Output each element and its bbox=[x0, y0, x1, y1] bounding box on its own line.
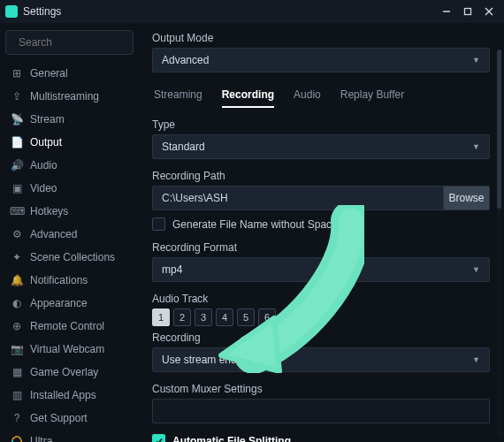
search-input-wrapper[interactable] bbox=[5, 30, 134, 55]
custom-muxer-input[interactable] bbox=[152, 399, 490, 423]
sidebar-item-get-support[interactable]: ?Get Support bbox=[5, 407, 134, 430]
generate-no-space-checkbox[interactable] bbox=[152, 217, 165, 231]
audio-track-label: Audio Track bbox=[152, 293, 490, 305]
sidebar-item-label: Get Support bbox=[30, 412, 88, 424]
tab-replay-buffer[interactable]: Replay Buffer bbox=[340, 88, 405, 108]
minimize-button[interactable] bbox=[437, 3, 456, 20]
sidebar-item-stream[interactable]: 📡Stream bbox=[5, 108, 134, 131]
scrollbar[interactable] bbox=[497, 50, 501, 437]
chevron-down-icon: ▼ bbox=[472, 265, 480, 274]
sidebar-item-label: Scene Collections bbox=[30, 251, 115, 263]
sidebar-item-hotkeys[interactable]: ⌨Hotkeys bbox=[5, 200, 134, 223]
output-tabs: StreamingRecordingAudioReplay Buffer bbox=[154, 88, 490, 108]
sidebar-icon: 🔔 bbox=[11, 274, 23, 286]
recording-format-value: mp4 bbox=[162, 263, 182, 276]
sidebar-icon: ◐ bbox=[11, 297, 23, 309]
sidebar-icon: ✦ bbox=[11, 251, 23, 263]
sidebar-item-label: Output bbox=[30, 136, 62, 149]
sidebar-item-output[interactable]: 📄Output bbox=[5, 131, 134, 154]
sidebar-icon: ⌨ bbox=[11, 205, 23, 217]
scrollbar-thumb[interactable] bbox=[497, 50, 501, 209]
close-button[interactable] bbox=[479, 3, 499, 20]
audio-track-6[interactable]: 6 bbox=[258, 309, 276, 326]
recording-format-label: Recording Format bbox=[152, 241, 490, 254]
sidebar-item-advanced[interactable]: ⚙Advanced bbox=[5, 223, 134, 246]
audio-track-5[interactable]: 5 bbox=[237, 309, 255, 326]
sidebar-item-audio[interactable]: 🔊Audio bbox=[5, 154, 134, 177]
sidebar-item-label: General bbox=[30, 67, 68, 80]
titlebar: Settings bbox=[0, 0, 504, 23]
sidebar-item-appearance[interactable]: ◐Appearance bbox=[5, 292, 134, 315]
sidebar-icon: ⚙ bbox=[11, 228, 23, 240]
output-mode-value: Advanced bbox=[162, 54, 209, 66]
sidebar-icon: 📷 bbox=[11, 343, 23, 355]
sidebar-icon: ⊞ bbox=[11, 67, 23, 80]
sidebar-icon: 📡 bbox=[11, 113, 23, 126]
sidebar-item-ultra[interactable]: Ultra bbox=[5, 430, 134, 442]
sidebar-item-label: Video bbox=[30, 182, 57, 194]
audio-track-3[interactable]: 3 bbox=[195, 309, 212, 326]
svg-rect-1 bbox=[465, 9, 471, 15]
audio-track-2[interactable]: 2 bbox=[173, 309, 191, 326]
sidebar-nav: ⊞General⇪Multistreaming📡Stream📄Output🔊Au… bbox=[5, 62, 134, 442]
type-dropdown[interactable]: Standard ▼ bbox=[152, 134, 490, 159]
window-title: Settings bbox=[23, 5, 61, 18]
sidebar-item-label: Ultra bbox=[30, 435, 52, 442]
sidebar-item-installed-apps[interactable]: ▥Installed Apps bbox=[5, 384, 134, 407]
sidebar-item-label: Game Overlay bbox=[30, 366, 98, 378]
output-mode-label: Output Mode bbox=[152, 32, 490, 44]
generate-no-space-label: Generate File Name without Space bbox=[172, 218, 338, 231]
sidebar-icon: ▣ bbox=[11, 182, 23, 194]
sidebar-icon: ▥ bbox=[11, 389, 23, 401]
output-mode-dropdown[interactable]: Advanced ▼ bbox=[152, 48, 490, 72]
sidebar-item-remote-control[interactable]: ⊕Remote Control bbox=[5, 315, 134, 338]
sidebar-item-label: Remote Control bbox=[30, 320, 104, 332]
sidebar-item-general[interactable]: ⊞General bbox=[5, 62, 134, 85]
ultra-icon bbox=[11, 436, 23, 442]
recording-encoder-value: Use stream encoder bbox=[162, 354, 257, 366]
sidebar-item-game-overlay[interactable]: ▦Game Overlay bbox=[5, 361, 134, 384]
audio-track-4[interactable]: 4 bbox=[216, 309, 233, 326]
recording-format-dropdown[interactable]: mp4 ▼ bbox=[152, 257, 490, 282]
sidebar-item-label: Virtual Webcam bbox=[30, 343, 104, 355]
type-value: Standard bbox=[162, 141, 205, 153]
recording-encoder-dropdown[interactable]: Use stream encoder ▼ bbox=[152, 347, 490, 372]
search-input[interactable] bbox=[19, 36, 151, 49]
sidebar-icon: 🔊 bbox=[11, 159, 23, 171]
sidebar-icon: ⊕ bbox=[11, 320, 23, 332]
custom-muxer-label: Custom Muxer Settings bbox=[152, 383, 490, 395]
automatic-file-splitting-label: Automatic File Splitting bbox=[172, 435, 291, 443]
sidebar-item-notifications[interactable]: 🔔Notifications bbox=[5, 269, 134, 292]
chevron-down-icon: ▼ bbox=[472, 56, 480, 65]
type-label: Type bbox=[152, 118, 490, 131]
sidebar: ⊞General⇪Multistreaming📡Stream📄Output🔊Au… bbox=[0, 23, 140, 442]
sidebar-item-virtual-webcam[interactable]: 📷Virtual Webcam bbox=[5, 338, 134, 361]
sidebar-icon: ? bbox=[11, 412, 23, 424]
sidebar-item-video[interactable]: ▣Video bbox=[5, 177, 134, 200]
automatic-file-splitting-checkbox[interactable] bbox=[152, 434, 165, 442]
browse-button[interactable]: Browse bbox=[444, 186, 490, 210]
sidebar-item-label: Installed Apps bbox=[30, 389, 96, 401]
sidebar-icon: ▦ bbox=[11, 366, 23, 378]
sidebar-item-label: Hotkeys bbox=[30, 205, 68, 217]
sidebar-item-label: Advanced bbox=[30, 228, 77, 240]
sidebar-icon: 📄 bbox=[11, 136, 23, 149]
sidebar-item-label: Stream bbox=[30, 113, 65, 126]
recording-path-input[interactable]: C:\Users\ASH bbox=[152, 186, 444, 210]
sidebar-item-scene-collections[interactable]: ✦Scene Collections bbox=[5, 246, 134, 269]
settings-content: Output Mode Advanced ▼ StreamingRecordin… bbox=[140, 23, 504, 442]
recording-path-label: Recording Path bbox=[152, 170, 490, 182]
sidebar-item-label: Appearance bbox=[30, 297, 88, 309]
tab-audio[interactable]: Audio bbox=[294, 88, 321, 108]
sidebar-icon: ⇪ bbox=[11, 90, 23, 103]
audio-track-1[interactable]: 1 bbox=[152, 309, 170, 326]
sidebar-item-multistreaming[interactable]: ⇪Multistreaming bbox=[5, 85, 134, 108]
recording-encoder-label: Recording bbox=[152, 332, 490, 344]
maximize-button[interactable] bbox=[458, 3, 477, 20]
tab-streaming[interactable]: Streaming bbox=[154, 88, 202, 108]
chevron-down-icon: ▼ bbox=[472, 355, 480, 364]
sidebar-item-label: Multistreaming bbox=[30, 90, 99, 103]
tab-recording[interactable]: Recording bbox=[222, 88, 274, 108]
app-icon bbox=[5, 5, 18, 18]
audio-track-group: 123456 bbox=[152, 309, 490, 326]
